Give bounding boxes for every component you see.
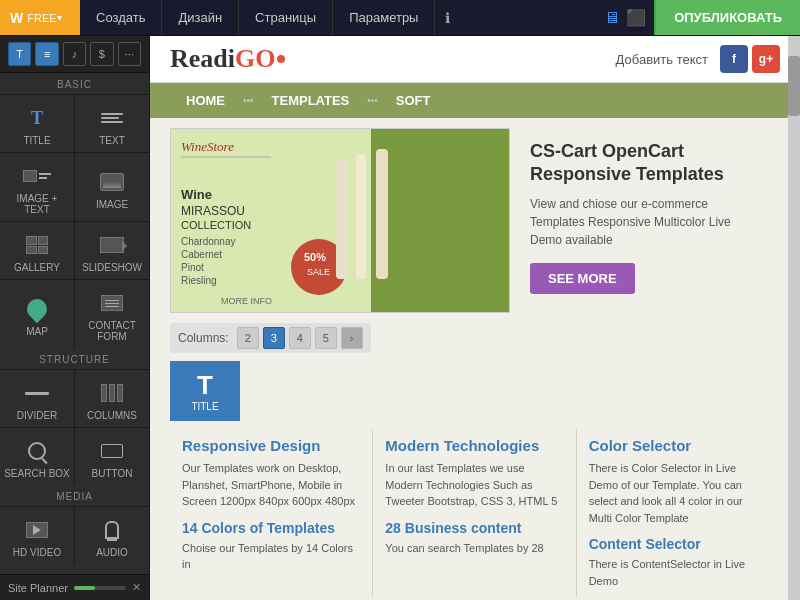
- svg-text:Chardonnay: Chardonnay: [181, 236, 235, 247]
- svg-text:MORE INFO: MORE INFO: [221, 296, 272, 306]
- scrollbar[interactable]: [788, 36, 800, 600]
- sidebar-item-search-box[interactable]: SEARCH BOX: [0, 428, 74, 485]
- content-col-2: Modern Technologies In our last Template…: [373, 429, 576, 597]
- publish-button[interactable]: ОПУБЛИКОВАТЬ: [654, 0, 800, 35]
- facebook-button[interactable]: f: [720, 45, 748, 73]
- col-2-text: In our last Templates we use Modern Tech…: [385, 460, 563, 510]
- slideshow-label: SLIDESHOW: [82, 262, 142, 273]
- site-header: Readi GO Добавить текст f g+: [150, 36, 800, 83]
- svg-text:COLLECTION: COLLECTION: [181, 219, 251, 231]
- sidebar-item-text[interactable]: TEXT: [75, 95, 149, 152]
- sidebar-item-contact-form[interactable]: CONTACT FORM: [75, 280, 149, 348]
- gallery-icon: [21, 232, 53, 258]
- contact-form-label: CONTACT FORM: [79, 320, 145, 342]
- map-label: MAP: [26, 326, 48, 337]
- image-text-label: IMAGE + TEXT: [4, 193, 70, 215]
- hero-svg: WineStore Wine MIRASSOU COLLECTION Chard…: [171, 129, 510, 313]
- tool-music[interactable]: ♪: [63, 42, 86, 66]
- col-btn-next[interactable]: ›: [341, 327, 363, 349]
- columns-toolbar: Columns: 2 3 4 5 ›: [170, 323, 371, 353]
- col-1-heading2: 14 Colors of Templates: [182, 520, 360, 536]
- site-nav: HOME ••• TEMPLATES ••• SOFT: [150, 83, 800, 118]
- divider-icon: [21, 380, 53, 406]
- col-btn-5[interactable]: 5: [315, 327, 337, 349]
- main-layout: T ≡ ♪ $ ··· BASIC T TITLE: [0, 36, 800, 600]
- svg-text:MIRASSOU: MIRASSOU: [181, 204, 245, 218]
- site-planner-close[interactable]: ✕: [132, 581, 141, 594]
- tool-title[interactable]: T: [8, 42, 31, 66]
- logo-chevron-icon: ▾: [57, 12, 62, 23]
- search-box-icon: [21, 438, 53, 464]
- nav-params[interactable]: Параметры: [333, 0, 435, 35]
- nav-design[interactable]: Дизайн: [162, 0, 239, 35]
- sidebar-item-button[interactable]: BUTTON: [75, 428, 149, 485]
- hero-section: WineStore Wine MIRASSOU COLLECTION Chard…: [170, 128, 780, 313]
- nav-create[interactable]: Создать: [80, 0, 162, 35]
- monitor-icons: 🖥 ⬛: [596, 8, 654, 27]
- sidebar-item-divider[interactable]: DIVIDER: [0, 370, 74, 427]
- section-media-label: MEDIA: [0, 485, 149, 507]
- columns-label: COLUMNs: [87, 410, 137, 421]
- desktop-icon[interactable]: 🖥: [604, 9, 620, 27]
- image-icon: [96, 169, 128, 195]
- col-2-heading: Modern Technologies: [385, 437, 563, 454]
- add-text-label: Добавить текст: [616, 52, 708, 67]
- sidebar-item-hd-video[interactable]: HD VIDEO: [0, 507, 74, 564]
- contact-form-icon: [96, 290, 128, 316]
- content-col-3: Color Selector There is Color Selector i…: [577, 429, 780, 597]
- col-1-text2: Choise our Templates by 14 Colors in: [182, 540, 360, 573]
- col-btn-2[interactable]: 2: [237, 327, 259, 349]
- sidebar-item-slideshow[interactable]: SLIDESHOW: [75, 222, 149, 279]
- logo-area[interactable]: W FREE ▾: [0, 0, 80, 35]
- scrollbar-thumb[interactable]: [788, 56, 800, 116]
- tool-text[interactable]: ≡: [35, 42, 58, 66]
- title-block[interactable]: T TITLE: [170, 361, 240, 421]
- title-icon: T: [21, 105, 53, 131]
- nav-soft[interactable]: SOFT: [380, 83, 447, 118]
- hero-image: WineStore Wine MIRASSOU COLLECTION Chard…: [170, 128, 510, 313]
- see-more-button[interactable]: SEE MORE: [530, 263, 635, 294]
- title-block-label: TITLE: [191, 401, 218, 412]
- svg-text:50%: 50%: [304, 251, 326, 263]
- hd-video-icon: [21, 517, 53, 543]
- sidebar-item-image[interactable]: IMAGE: [75, 153, 149, 221]
- col-btn-3[interactable]: 3: [263, 327, 285, 349]
- hero-desc: View and chiose our e-commerce Templates…: [530, 195, 760, 249]
- tool-more[interactable]: ···: [118, 42, 141, 66]
- col-3-heading2: Content Selector: [589, 536, 768, 552]
- sidebar-item-gallery[interactable]: GALLERY: [0, 222, 74, 279]
- audio-label: AUDIO: [96, 547, 128, 558]
- content-col-1: Responsive Design Our Templates work on …: [170, 429, 373, 597]
- help-icon[interactable]: ℹ: [435, 10, 460, 26]
- hero-title: CS-Cart OpenCartResponsive Templates: [530, 140, 760, 187]
- svg-text:Riesling: Riesling: [181, 275, 217, 286]
- tablet-icon[interactable]: ⬛: [626, 8, 646, 27]
- title-block-T: T: [197, 370, 213, 401]
- svg-rect-14: [336, 159, 348, 279]
- nav-pages[interactable]: Страницы: [239, 0, 333, 35]
- svg-text:Pinot: Pinot: [181, 262, 204, 273]
- nav-home[interactable]: HOME: [170, 83, 241, 118]
- googleplus-button[interactable]: g+: [752, 45, 780, 73]
- site-planner-progress: [74, 586, 95, 590]
- sidebar-item-audio[interactable]: AUDIO: [75, 507, 149, 564]
- sidebar: T ≡ ♪ $ ··· BASIC T TITLE: [0, 36, 150, 600]
- logo-readigo: Readi: [170, 44, 235, 74]
- nav-templates[interactable]: TEMPLATES: [256, 83, 366, 118]
- social-icons: Добавить текст f g+: [616, 45, 780, 73]
- columns-icon: [96, 380, 128, 406]
- text-label: TEXT: [99, 135, 125, 146]
- sidebar-item-title[interactable]: T TITLE: [0, 95, 74, 152]
- sidebar-item-columns[interactable]: COLUMNs: [75, 370, 149, 427]
- map-icon: [21, 296, 53, 322]
- logo-w: W: [10, 10, 23, 26]
- sidebar-item-map[interactable]: MAP: [0, 280, 74, 348]
- top-bar: W FREE ▾ Создать Дизайн Страницы Парамет…: [0, 0, 800, 36]
- col-btn-4[interactable]: 4: [289, 327, 311, 349]
- sidebar-structure-grid: DIVIDER COLUMNs SEARCH BOX: [0, 370, 149, 485]
- svg-rect-16: [376, 149, 388, 279]
- sidebar-toolbar: T ≡ ♪ $ ···: [0, 36, 149, 73]
- sidebar-item-image-text[interactable]: IMAGE + TEXT: [0, 153, 74, 221]
- tool-dollar[interactable]: $: [90, 42, 113, 66]
- nav-dots-1: •••: [241, 95, 256, 106]
